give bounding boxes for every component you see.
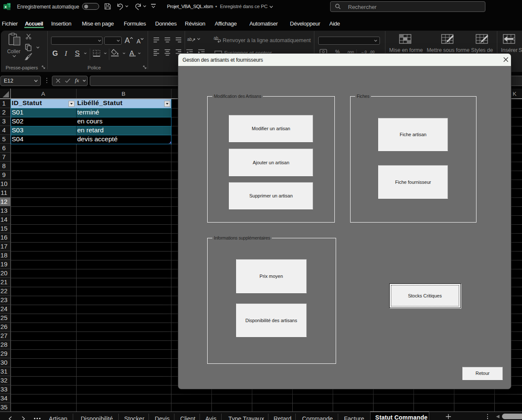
svg-text:ab: ab xyxy=(187,37,192,42)
svg-text:x: x xyxy=(5,5,7,9)
